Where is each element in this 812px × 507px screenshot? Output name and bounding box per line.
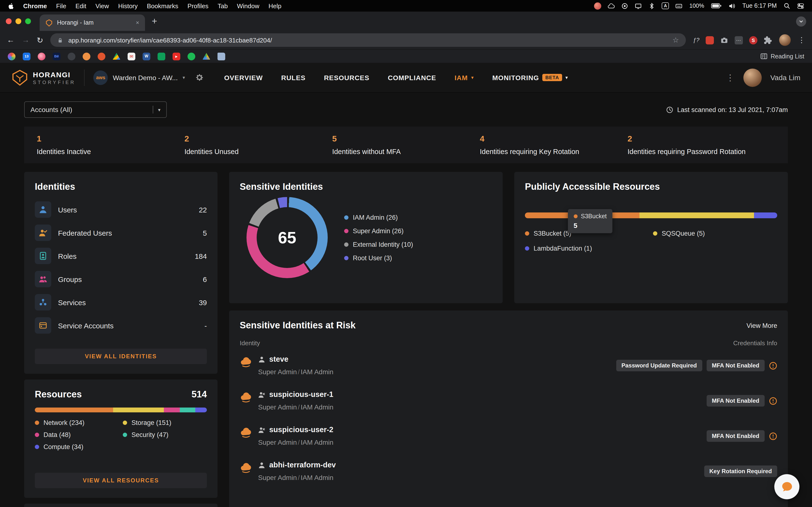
spotlight-search-icon[interactable] — [783, 2, 790, 9]
nav-monitoring[interactable]: MONITORINGBETA▾ — [492, 74, 568, 81]
menubar-item-view[interactable]: View — [95, 2, 109, 9]
volume-icon[interactable] — [728, 2, 735, 9]
identity-name[interactable]: abhi-terraform-dev — [269, 461, 336, 469]
tab-close-icon[interactable]: × — [136, 19, 139, 26]
identity-row-roles[interactable]: Roles184 — [35, 244, 207, 268]
identity-row-federated-users[interactable]: Federated Users5 — [35, 221, 207, 244]
camera-icon[interactable] — [720, 36, 728, 44]
menubar-app-name[interactable]: Chrome — [23, 2, 47, 9]
adblock-icon[interactable] — [706, 36, 714, 44]
browser-tab[interactable]: Horangi - Iam × — [40, 14, 145, 31]
bookmark-favicon-youtube[interactable]: ▶ — [172, 52, 180, 60]
horangi-logo[interactable]: HORANGI STORYFIER — [12, 69, 75, 86]
menubar-item-help[interactable]: Help — [268, 2, 282, 9]
account-selector[interactable]: aws Warden Demo - AW... ▾ — [94, 70, 185, 85]
minimize-window-button[interactable] — [15, 18, 21, 24]
browser-menu-icon[interactable]: ⋮ — [798, 36, 805, 44]
bookmark-favicon-word[interactable]: W — [143, 52, 150, 60]
bookmark-favicon-drive[interactable] — [113, 52, 120, 60]
nav-resources[interactable]: RESOURCES — [324, 74, 369, 81]
bookmark-favicon-mail[interactable]: ✉ — [128, 52, 135, 60]
display-icon[interactable] — [635, 2, 642, 9]
circle-badge-icon[interactable] — [621, 2, 628, 9]
bar-segment-network[interactable] — [35, 407, 113, 412]
menubar-item-edit[interactable]: Edit — [75, 2, 86, 9]
view-all-identities-button[interactable]: VIEW ALL IDENTITIES — [35, 349, 207, 364]
accounts-filter-select[interactable]: Accounts (All) ▾ — [24, 101, 167, 118]
identity-row-groups[interactable]: Groups6 — [35, 268, 207, 291]
bar-segment-security[interactable] — [180, 407, 196, 412]
address-bar[interactable]: app.horangi.com/storyfier/iam/cae68393-a… — [51, 33, 686, 47]
cloud-outline-icon[interactable] — [608, 2, 615, 9]
control-center-icon[interactable] — [797, 2, 804, 9]
bookmark-favicon-spotify[interactable] — [188, 52, 195, 60]
warning-icon[interactable] — [769, 361, 777, 370]
bookmark-favicon-drive2[interactable] — [203, 52, 210, 60]
identity-row-service-accounts[interactable]: Service Accounts- — [35, 314, 207, 337]
back-icon[interactable]: ← — [7, 36, 14, 44]
keyboard-icon[interactable] — [675, 2, 682, 9]
resources-stacked-bar[interactable] — [35, 407, 207, 412]
new-tab-button[interactable]: + — [152, 16, 157, 26]
menubar-item-profiles[interactable]: Profiles — [188, 2, 209, 9]
nav-overview[interactable]: OVERVIEW — [224, 74, 263, 81]
nav-compliance[interactable]: COMPLIANCE — [388, 74, 436, 81]
risk-row-abhi-terraform-dev[interactable]: abhi-terraform-devSuper Admin/IAM AdminK… — [240, 453, 777, 489]
identity-name[interactable]: steve — [269, 355, 288, 363]
browser-update-icon[interactable] — [796, 16, 806, 26]
url-text[interactable]: app.horangi.com/storyfier/iam/cae68393-a… — [68, 37, 272, 44]
reload-icon[interactable]: ↻ — [37, 36, 43, 45]
bookmark-favicon-calendar[interactable]: 13 — [23, 52, 31, 60]
risk-row-steve[interactable]: steveSuper Admin/IAM AdminPassword Updat… — [240, 348, 777, 383]
input-a-icon[interactable]: A — [662, 2, 669, 9]
menubar-item-tab[interactable]: Tab — [218, 2, 228, 9]
bookmark-favicon-bird[interactable] — [98, 52, 105, 60]
identity-row-services[interactable]: Services39 — [35, 291, 207, 314]
sensitive-donut[interactable]: 65 — [247, 197, 328, 278]
overflow-menu-icon[interactable]: ⋮ — [726, 72, 734, 83]
nav-iam[interactable]: IAM▾ — [455, 74, 474, 81]
menubar-item-file[interactable]: File — [56, 2, 66, 9]
bar-segment-storage[interactable] — [113, 407, 164, 412]
bar-segment-data[interactable] — [164, 407, 180, 412]
fn-question-icon[interactable]: ƒ? — [693, 36, 699, 44]
browser-profile-avatar[interactable] — [779, 34, 791, 46]
public-stacked-bar[interactable] — [525, 213, 777, 218]
gear-icon[interactable] — [195, 73, 204, 82]
avatar-dot-icon[interactable] — [594, 2, 601, 9]
more-box-icon[interactable]: ⋯ — [735, 36, 743, 44]
identity-row-users[interactable]: Users22 — [35, 198, 207, 221]
bookmark-favicon-folder[interactable] — [217, 52, 225, 60]
bookmark-favicon-behance[interactable]: Bē — [53, 52, 60, 60]
bar-segment-lambdafunction[interactable] — [754, 213, 777, 218]
menubar-item-bookmarks[interactable]: Bookmarks — [147, 2, 179, 9]
bookmark-favicon-dark[interactable] — [68, 52, 75, 60]
risk-row-suspicious-user-1[interactable]: suspicious-user-1Super Admin/IAM AdminMF… — [240, 383, 777, 418]
bar-segment-sqsqueue[interactable] — [640, 213, 754, 218]
puzzle-icon[interactable] — [764, 36, 772, 44]
risk-row-suspicious-user-2[interactable]: suspicious-user-2Super Admin/IAM AdminMF… — [240, 418, 777, 453]
view-more-link[interactable]: View More — [747, 322, 777, 329]
nav-rules[interactable]: RULES — [281, 74, 306, 81]
bookmark-favicon-pinwheel[interactable] — [8, 52, 15, 60]
bookmark-star-icon[interactable]: ☆ — [672, 36, 679, 44]
bookmark-favicon-sheets[interactable] — [158, 52, 165, 60]
identity-name[interactable]: suspicious-user-2 — [269, 426, 333, 434]
fullscreen-window-button[interactable] — [25, 18, 31, 24]
bookmark-favicon-cloud[interactable] — [83, 52, 90, 60]
close-window-button[interactable] — [6, 18, 12, 24]
menubar-item-history[interactable]: History — [118, 2, 138, 9]
chat-widget-button[interactable] — [774, 474, 800, 499]
menubar-clock[interactable]: Tue 6:17 PM — [743, 2, 777, 9]
s-badge-icon[interactable]: S — [749, 36, 757, 44]
warning-icon[interactable] — [769, 432, 777, 440]
reading-list-button[interactable]: Reading List — [760, 53, 804, 60]
user-avatar[interactable] — [743, 68, 761, 87]
bluetooth-icon[interactable] — [648, 2, 655, 9]
apple-menu-icon[interactable] — [8, 2, 14, 9]
warning-icon[interactable] — [769, 397, 777, 405]
bar-segment-compute[interactable] — [196, 407, 207, 412]
identity-name[interactable]: suspicious-user-1 — [269, 390, 333, 399]
bookmark-favicon-flower[interactable] — [38, 52, 45, 60]
forward-icon[interactable]: → — [22, 36, 30, 44]
